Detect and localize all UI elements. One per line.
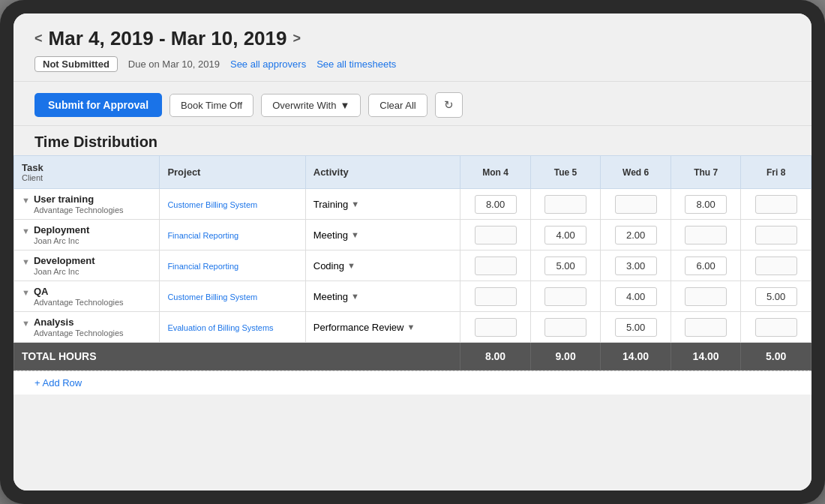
time-input-r3-d0[interactable] bbox=[475, 287, 517, 306]
time-input-r1-d1[interactable] bbox=[544, 226, 586, 244]
th-mon: Mon 4 bbox=[460, 156, 531, 189]
section-title: Time Distribution bbox=[14, 126, 812, 155]
activity-cell-4: Performance Review ▼ bbox=[305, 312, 460, 343]
time-input-r4-d1[interactable] bbox=[544, 318, 586, 337]
th-tue: Tue 5 bbox=[530, 156, 601, 189]
project-cell-1: Financial Reporting bbox=[160, 220, 305, 250]
time-input-r0-d3[interactable] bbox=[685, 195, 727, 214]
th-fri: Fri 8 bbox=[741, 156, 812, 189]
prev-arrow[interactable]: < bbox=[34, 31, 43, 46]
due-date-text: Due on Mar 10, 2019 bbox=[128, 58, 220, 70]
time-input-r3-d3[interactable] bbox=[685, 287, 727, 306]
activity-dropdown-icon-4[interactable]: ▼ bbox=[406, 322, 415, 332]
client-name-4: Advantage Technologies bbox=[34, 328, 124, 338]
see-timesheets-link[interactable]: See all timesheets bbox=[316, 58, 396, 70]
clear-all-button[interactable]: Clear All bbox=[368, 94, 427, 117]
activity-dropdown-icon-2[interactable]: ▼ bbox=[347, 261, 356, 270]
total-fri: 5.00 bbox=[741, 343, 812, 370]
time-input-r4-d0[interactable] bbox=[475, 318, 517, 337]
hours-r4-d3 bbox=[670, 312, 741, 343]
activity-dropdown-icon-3[interactable]: ▼ bbox=[351, 292, 359, 301]
activity-dropdown-icon-0[interactable]: ▼ bbox=[351, 200, 359, 208]
th-project: Project bbox=[160, 156, 305, 189]
time-input-r4-d3[interactable] bbox=[685, 318, 727, 337]
hours-r1-d0 bbox=[460, 220, 531, 250]
add-row-link[interactable]: + Add Row bbox=[14, 370, 812, 394]
hours-r3-d0 bbox=[460, 281, 531, 312]
next-arrow[interactable]: > bbox=[293, 31, 302, 46]
activity-dropdown-icon-1[interactable]: ▼ bbox=[351, 230, 359, 239]
task-dropdown-icon-4[interactable]: ▼ bbox=[22, 319, 30, 328]
task-dropdown-icon-0[interactable]: ▼ bbox=[22, 196, 30, 205]
time-input-r3-d2[interactable] bbox=[615, 287, 657, 306]
time-input-r0-d4[interactable] bbox=[755, 195, 797, 214]
time-input-r0-d1[interactable] bbox=[544, 195, 586, 214]
refresh-button[interactable]: ↻ bbox=[435, 92, 463, 118]
task-dropdown-icon-3[interactable]: ▼ bbox=[22, 288, 30, 297]
th-task: Task Client bbox=[14, 156, 160, 189]
time-input-r0-d0[interactable] bbox=[475, 195, 517, 214]
see-approvers-link[interactable]: See all approvers bbox=[230, 58, 306, 70]
time-input-r4-d2[interactable] bbox=[615, 318, 657, 337]
time-input-r2-d2[interactable] bbox=[615, 256, 657, 275]
project-name-4: Evaluation of Billing Systems bbox=[167, 323, 297, 332]
th-wed: Wed 6 bbox=[601, 156, 671, 189]
time-input-r1-d4[interactable] bbox=[755, 226, 797, 244]
device-frame: < Mar 4, 2019 - Mar 10, 2019 > Not Submi… bbox=[0, 0, 825, 504]
hours-r0-d1 bbox=[530, 189, 601, 220]
activity-text-4: Performance Review bbox=[314, 322, 404, 333]
task-dropdown-icon-1[interactable]: ▼ bbox=[22, 226, 30, 236]
hours-r4-d4 bbox=[741, 312, 812, 343]
timesheet-table: Task Client Project Activity Mon 4 Tue 5… bbox=[14, 155, 812, 370]
time-input-r1-d3[interactable] bbox=[685, 226, 727, 244]
time-input-r2-d4[interactable] bbox=[755, 256, 797, 275]
header-section: < Mar 4, 2019 - Mar 10, 2019 > Not Submi… bbox=[14, 14, 812, 82]
project-cell-2: Financial Reporting bbox=[160, 250, 305, 281]
activity-text-2: Coding bbox=[314, 260, 344, 272]
time-input-r2-d1[interactable] bbox=[544, 256, 586, 275]
hours-r1-d4 bbox=[741, 220, 812, 250]
hours-r0-d3 bbox=[670, 189, 741, 220]
status-badge: Not Submitted bbox=[34, 56, 118, 72]
time-input-r2-d0[interactable] bbox=[475, 256, 517, 275]
activity-cell-3: Meeting ▼ bbox=[305, 281, 460, 312]
status-row: Not Submitted Due on Mar 10, 2019 See al… bbox=[34, 56, 790, 72]
hours-r4-d2 bbox=[601, 312, 671, 343]
client-name-3: Advantage Technologies bbox=[34, 298, 124, 307]
hours-r1-d2 bbox=[601, 220, 671, 250]
hours-r3-d1 bbox=[530, 281, 601, 312]
hours-r1-d1 bbox=[530, 220, 601, 250]
time-input-r3-d4[interactable] bbox=[755, 287, 797, 306]
submit-approval-button[interactable]: Submit for Approval bbox=[34, 93, 162, 117]
time-input-r3-d1[interactable] bbox=[544, 287, 586, 306]
screen: < Mar 4, 2019 - Mar 10, 2019 > Not Submi… bbox=[14, 14, 812, 490]
table-row: ▼ Deployment Joan Arc Inc Financial Repo… bbox=[14, 220, 812, 250]
overwrite-with-button[interactable]: Overwrite With ▼ bbox=[261, 94, 361, 117]
project-name-3: Customer Billing System bbox=[167, 292, 297, 302]
time-input-r1-d2[interactable] bbox=[615, 226, 657, 244]
hours-r2-d0 bbox=[460, 250, 531, 281]
hours-r1-d3 bbox=[670, 220, 741, 250]
project-name-1: Financial Reporting bbox=[167, 231, 297, 240]
th-thu: Thu 7 bbox=[670, 156, 741, 189]
task-name-4: Analysis bbox=[34, 316, 124, 328]
task-dropdown-icon-2[interactable]: ▼ bbox=[22, 257, 30, 266]
time-input-r4-d4[interactable] bbox=[755, 318, 797, 337]
project-name-2: Financial Reporting bbox=[167, 262, 297, 271]
hours-r0-d4 bbox=[741, 189, 812, 220]
activity-text-1: Meeting bbox=[314, 230, 348, 241]
hours-r0-d2 bbox=[601, 189, 671, 220]
book-time-off-button[interactable]: Book Time Off bbox=[170, 94, 254, 117]
task-name-2: Development bbox=[34, 255, 95, 266]
th-activity: Activity bbox=[305, 156, 460, 189]
toolbar: Submit for Approval Book Time Off Overwr… bbox=[14, 82, 812, 126]
time-input-r2-d3[interactable] bbox=[685, 256, 727, 275]
hours-r2-d2 bbox=[601, 250, 671, 281]
time-input-r1-d0[interactable] bbox=[475, 226, 517, 244]
project-cell-3: Customer Billing System bbox=[160, 281, 305, 312]
task-name-1: Deployment bbox=[34, 224, 89, 236]
hours-r2-d4 bbox=[741, 250, 812, 281]
hours-r3-d2 bbox=[601, 281, 671, 312]
client-name-0: Advantage Technologies bbox=[34, 206, 124, 214]
time-input-r0-d2[interactable] bbox=[615, 195, 657, 214]
